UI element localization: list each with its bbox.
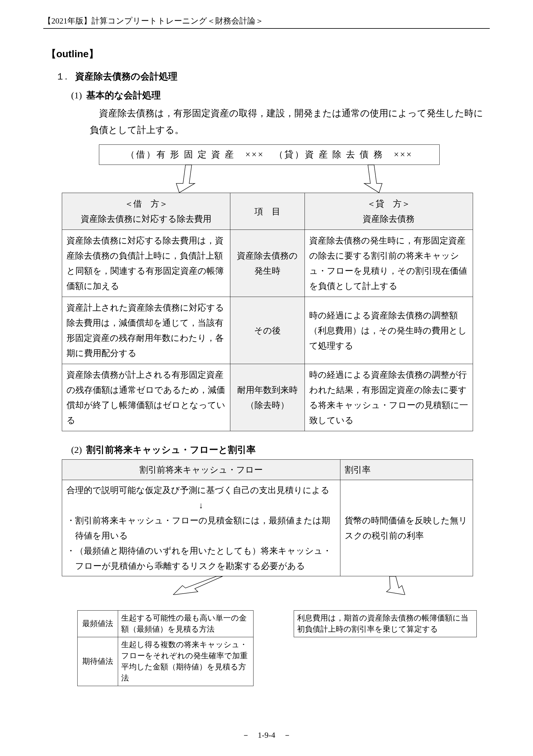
th-debit-line2: 資産除去債務に対応する除去費用	[66, 211, 226, 227]
cell-credit-1: 時の経過による資産除去債務の調整額（利息費用）は，その発生時の費用として処理する	[305, 297, 473, 364]
th-credit-line1: ＜貸 方＞	[309, 196, 469, 211]
main-table: ＜借 方＞ 資産除去債務に対応する除去費用 項 目 ＜貸 方＞ 資産除去債務 資…	[62, 193, 473, 431]
sub1-title: 基本的な会計処理	[86, 90, 161, 100]
method-label-2: 期待値法	[78, 637, 118, 686]
th-item: 項 目	[230, 193, 305, 230]
table-row: 期待値法 生起し得る複数の将来キャッシュ・フローをそれぞれの発生確率で加重平均し…	[78, 637, 254, 686]
th-credit: ＜貸 方＞ 資産除去債務	[305, 193, 473, 230]
sub1-num: (1)	[71, 90, 82, 100]
cell-debit-1: 資産計上された資産除去債務に対応する除去費用は，減価償却を通じて，当該有形固定資…	[62, 297, 230, 364]
section-1-title: 資産除去債務の会計処理	[75, 71, 177, 81]
cf-th-left: 割引前将来キャッシュ・フロー	[62, 460, 341, 480]
cf-right-cell: 貨幣の時間価値を反映した無リスクの税引前の利率	[340, 480, 473, 576]
header-rule	[43, 28, 490, 29]
th-credit-line2: 資産除去債務	[309, 211, 469, 227]
journal-entry-box: （借）有 形 固 定 資 産 ××× （貸）資 産 除 去 債 務 ×××	[99, 145, 440, 165]
cell-item-1: その後	[230, 297, 305, 364]
arrow-down-to-methods-icon	[173, 576, 223, 595]
table-row: 最頻値法 生起する可能性の最も高い単一の金額（最頻値）を見積る方法	[78, 610, 254, 637]
section-1-num: １.	[56, 71, 67, 81]
cell-credit-2: 時の経過による資産除去債務の調整が行われた結果，有形固定資産の除去に要する将来キ…	[305, 364, 473, 431]
cell-item-0: 資産除去債務の発生時	[230, 230, 305, 297]
cell-debit-2: 資産除去債務が計上される有形固定資産の残存価額は通常ゼロであるため，減価償却が終…	[62, 364, 230, 431]
cell-item-2: 耐用年数到来時（除去時）	[230, 364, 305, 431]
subsection-1-heading: (1) 基本的な会計処理	[71, 89, 490, 102]
outline-heading: 【outline】	[46, 47, 490, 61]
sub2-num: (2)	[71, 445, 82, 455]
sub1-paragraph: 資産除去債務は，有形固定資産の取得，建設，開発または通常の使用によって発生した時…	[90, 105, 487, 138]
page-footer: － 1-9-4 －	[0, 730, 533, 741]
th-debit-line1: ＜借 方＞	[66, 196, 226, 211]
arrow-down-to-interest-icon	[387, 576, 405, 595]
interest-note-box: 利息費用は，期首の資産除去債務の帳簿価額に当初負債計上時の割引率を乗じて算定する	[294, 610, 477, 637]
sub2-title: 割引前将来キャッシュ・フローと割引率	[86, 445, 256, 455]
cell-debit-0: 資産除去債務に対応する除去費用は，資産除去債務の負債計上時に，負債計上額と同額を…	[62, 230, 230, 297]
subsection-2-heading: (2) 割引前将来キャッシュ・フローと割引率	[71, 444, 490, 456]
th-debit: ＜借 方＞ 資産除去債務に対応する除去費用	[62, 193, 230, 230]
cf-th-right: 割引率	[340, 460, 473, 480]
arrow-down-left-icon	[176, 165, 195, 193]
table-row: 資産除去債務が計上される有形固定資産の残存価額は通常ゼロであるため，減価償却が終…	[62, 364, 473, 431]
cf-line3: ・（最頻値と期待値のいずれを用いたとしても）将来キャッシュ・フローが見積値から乖…	[75, 543, 336, 574]
cf-line2: ・割引前将来キャッシュ・フローの見積金額には，最頻値または期待値を用いる	[75, 513, 336, 543]
page-header: 【2021年版】計算コンプリートトレーニング＜財務会計論＞	[43, 15, 490, 26]
arrows-from-journal	[99, 165, 427, 193]
method-text-1: 生起する可能性の最も高い単一の金額（最頻値）を見積る方法	[118, 610, 254, 637]
method-text-2: 生起し得る複数の将来キャッシュ・フローをそれぞれの発生確率で加重平均した金額（期…	[118, 637, 254, 686]
arrows-from-cf-table	[62, 576, 473, 595]
cf-left-cell: 合理的で説明可能な仮定及び予測に基づく自己の支出見積りによる ↓ ・割引前将来キ…	[62, 480, 341, 576]
section-1-heading: １. 資産除去債務の会計処理	[56, 70, 490, 83]
down-arrow-icon: ↓	[66, 498, 336, 513]
arrow-down-right-icon	[364, 165, 382, 193]
cf-line1: 合理的で説明可能な仮定及び予測に基づく自己の支出見積りによる	[66, 483, 336, 498]
cell-credit-0: 資産除去債務の発生時に，有形固定資産の除去に要する割引前の将来キャッシュ・フロー…	[305, 230, 473, 297]
table-row: 資産除去債務に対応する除去費用は，資産除去債務の負債計上時に，負債計上額と同額を…	[62, 230, 473, 297]
method-table: 最頻値法 生起する可能性の最も高い単一の金額（最頻値）を見積る方法 期待値法 生…	[77, 610, 254, 686]
cashflow-table: 割引前将来キャッシュ・フロー 割引率 合理的で説明可能な仮定及び予測に基づく自己…	[62, 459, 473, 576]
method-label-1: 最頻値法	[78, 610, 118, 637]
table-row: 資産計上された資産除去債務に対応する除去費用は，減価償却を通じて，当該有形固定資…	[62, 297, 473, 364]
